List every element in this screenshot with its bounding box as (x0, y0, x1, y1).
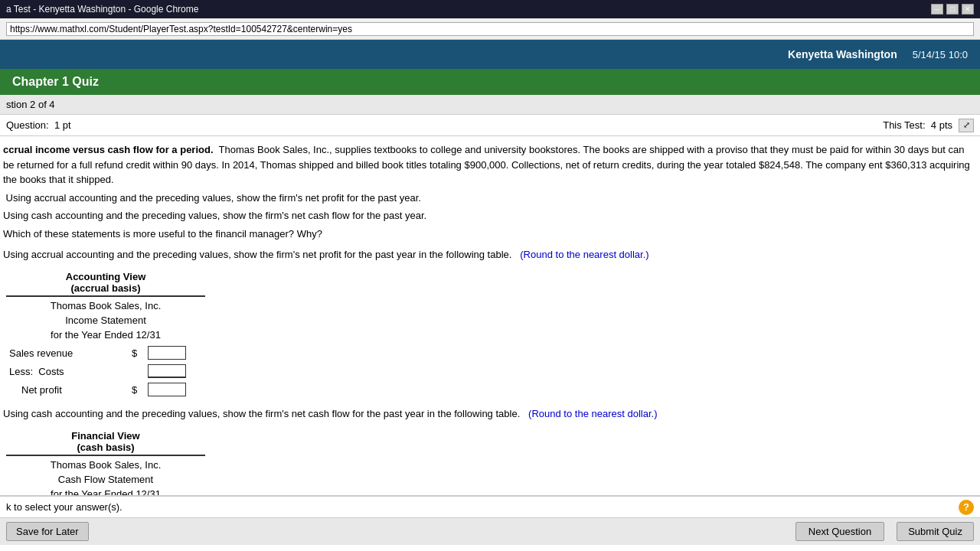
cash-instruction: Using cash accounting and the preceding … (3, 408, 974, 419)
cash-company-name: Thomas Book Sales, Inc. (9, 459, 202, 471)
accrual-statement-name: Income Statement (9, 315, 202, 326)
footer-buttons: Save for Later Next Question Submit Quiz (0, 517, 980, 545)
save-for-later-button[interactable]: Save for Later (6, 522, 89, 541)
maximize-button[interactable]: □ (946, 4, 959, 15)
question-progress: stion 2 of 4 (6, 99, 55, 110)
question-label: Question: 1 pt (6, 119, 71, 131)
window-controls[interactable]: ─ □ ✕ (931, 4, 974, 15)
cash-period: for the Year Ended 12/31 (9, 488, 202, 496)
cash-view-label: Financial View (12, 430, 199, 442)
cash-table-header: Financial View (cash basis) (6, 429, 205, 455)
sales-revenue-dollar: $ (129, 344, 145, 362)
accrual-section: Using accrual accounting and the precedi… (3, 249, 974, 399)
expand-button[interactable]: ⤢ (959, 119, 974, 132)
test-label: This Test: 4 pts (883, 119, 952, 131)
question-nav: stion 2 of 4 (0, 95, 980, 115)
net-profit-input[interactable] (148, 383, 186, 396)
net-profit-label: Net profit (6, 380, 129, 399)
status-text: k to select your answer(s). (6, 501, 122, 513)
quiz-header: Chapter 1 Quiz (0, 69, 980, 95)
sub-question-b: Using cash accounting and the preceding … (3, 208, 974, 223)
accrual-period: for the Year Ended 12/31 (9, 329, 202, 341)
question-points: 1 pt (54, 119, 71, 131)
costs-input[interactable] (148, 364, 186, 378)
accrual-table-header: Accounting View (accrual basis) (6, 269, 205, 296)
url-input[interactable] (6, 22, 974, 36)
sub-question-a: Using accrual accounting and the precedi… (3, 191, 974, 206)
net-profit-cell[interactable] (145, 380, 205, 399)
content-area[interactable]: ccrual income versus cash flow for a per… (0, 136, 980, 496)
username-display: Kenyetta Washington (788, 48, 897, 60)
quiz-title: Chapter 1 Quiz (12, 75, 99, 89)
submit-quiz-button[interactable]: Submit Quiz (897, 522, 974, 541)
cash-company-name-row: Thomas Book Sales, Inc. (6, 455, 205, 472)
cash-basis-label: (cash basis) (12, 442, 199, 453)
window-title: a Test - Kenyetta Washington - Google Ch… (6, 4, 931, 15)
accrual-view-label: Accounting View (12, 271, 199, 282)
next-question-button[interactable]: Next Question (795, 522, 884, 541)
costs-row: Less: Costs (6, 362, 205, 380)
accrual-basis-label: (accrual basis) (12, 282, 199, 294)
app-header: Kenyetta Washington 5/14/15 10:0 (0, 40, 980, 69)
question-bold-intro: ccrual income versus cash flow for a per… (3, 144, 214, 155)
accrual-company-name-row: Thomas Book Sales, Inc. (6, 296, 205, 313)
costs-label: Less: Costs (6, 362, 129, 380)
cash-period-row: for the Year Ended 12/31 (6, 487, 205, 496)
accrual-company-name: Thomas Book Sales, Inc. (9, 300, 202, 311)
datetime-display: 5/14/15 10:0 (913, 49, 968, 60)
help-icon[interactable]: ? (959, 500, 974, 515)
accrual-instruction: Using accrual accounting and the precedi… (3, 249, 974, 260)
accrual-period-row: for the Year Ended 12/31 (6, 328, 205, 344)
accrual-table: Accounting View (accrual basis) Thomas B… (6, 269, 205, 399)
test-points: 4 pts (931, 119, 952, 131)
sub-question-c: Which of these statements is more useful… (3, 227, 974, 242)
question-info-bar: Question: 1 pt This Test: 4 pts ⤢ (0, 115, 980, 136)
cash-round-note: (Round to the nearest dollar.) (528, 408, 657, 419)
minimize-button[interactable]: ─ (931, 4, 943, 15)
sales-revenue-input[interactable] (148, 346, 186, 360)
net-profit-row: Net profit $ (6, 380, 205, 399)
status-bar: k to select your answer(s). ? (0, 496, 980, 517)
cash-table: Financial View (cash basis) Thomas Book … (6, 429, 205, 496)
accrual-statement-name-row: Income Statement (6, 313, 205, 328)
sales-revenue-cell[interactable] (145, 344, 205, 362)
close-button[interactable]: ✕ (962, 4, 974, 15)
question-text: ccrual income versus cash flow for a per… (3, 142, 974, 241)
sales-revenue-label: Sales revenue (6, 344, 129, 362)
costs-cell[interactable] (145, 362, 205, 380)
title-bar: a Test - Kenyetta Washington - Google Ch… (0, 0, 980, 18)
cash-statement-name: Cash Flow Statement (9, 474, 202, 485)
sales-revenue-row: Sales revenue $ (6, 344, 205, 362)
cash-section: Using cash accounting and the preceding … (3, 408, 974, 496)
address-bar (0, 18, 980, 40)
net-profit-dollar: $ (129, 380, 145, 399)
accrual-round-note: (Round to the nearest dollar.) (520, 249, 648, 260)
costs-dollar (129, 362, 145, 380)
cash-statement-name-row: Cash Flow Statement (6, 472, 205, 487)
